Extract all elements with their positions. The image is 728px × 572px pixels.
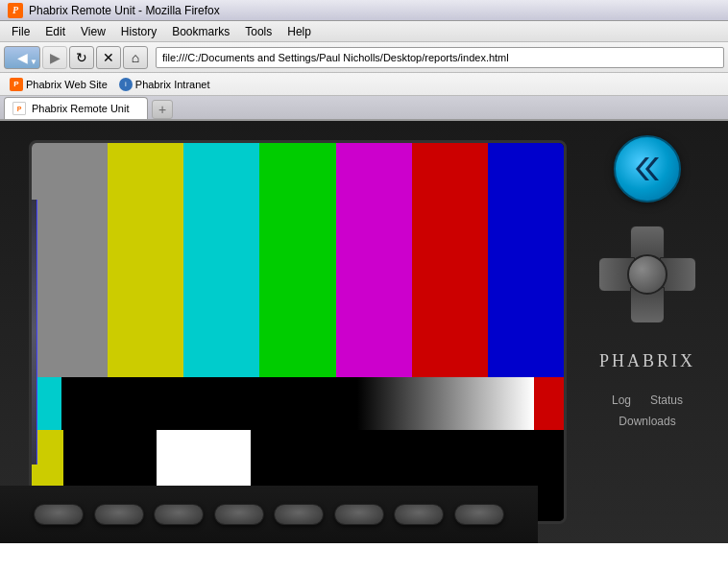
bar-red xyxy=(412,143,488,377)
tab-bar: P Phabrix Remote Unit + xyxy=(0,96,728,121)
stop-button[interactable]: ✕ xyxy=(96,46,121,69)
bb-black xyxy=(61,377,357,430)
soft-btn-3[interactable] xyxy=(154,504,204,525)
menu-edit[interactable]: Edit xyxy=(37,23,73,40)
menu-help[interactable]: Help xyxy=(279,23,319,40)
tab-label: Phabrix Remote Unit xyxy=(32,103,130,114)
screen xyxy=(29,140,567,524)
phabrix-logo-icon xyxy=(623,145,671,193)
bookmark-label-website: Phabrix Web Site xyxy=(26,79,108,90)
forward-button[interactable]: ▶ xyxy=(42,46,67,69)
downloads-label[interactable]: Downloads xyxy=(619,415,675,428)
right-panel: Phabrix Log Status Downloads xyxy=(567,121,728,543)
bb-red xyxy=(534,377,564,430)
toolbar: ◀ ▼ ▶ ↻ ✕ ⌂ xyxy=(0,42,728,73)
tab-favicon: P xyxy=(12,102,26,115)
new-tab-button[interactable]: + xyxy=(152,100,173,119)
menu-bookmarks[interactable]: Bookmarks xyxy=(164,23,237,40)
bookmark-icon-website: P xyxy=(10,78,23,91)
soft-btn-1[interactable] xyxy=(34,504,84,525)
home-button[interactable]: ⌂ xyxy=(123,46,148,69)
device-area: Phabrix Log Status Downloads xyxy=(0,121,728,543)
title-bar: P Phabrix Remote Unit - Mozilla Firefox xyxy=(0,0,728,21)
device-labels: Log Status Downloads xyxy=(612,391,683,432)
soft-btn-4[interactable] xyxy=(214,504,264,525)
address-bar[interactable] xyxy=(156,47,724,68)
menu-file[interactable]: File xyxy=(4,23,37,40)
bar-cyan xyxy=(183,143,259,377)
phabrix-logo-button[interactable] xyxy=(614,135,681,203)
bookmark-icon-intranet: i xyxy=(119,78,133,91)
title-bar-text: Phabrix Remote Unit - Mozilla Firefox xyxy=(29,4,220,17)
logo-svg xyxy=(628,150,667,188)
bookmark-phabrix-website[interactable]: P Phabrix Web Site xyxy=(6,76,111,93)
browser-icon: P xyxy=(8,3,23,18)
bottom-bars xyxy=(32,377,564,430)
dpad-center-button[interactable] xyxy=(627,254,667,295)
menu-view[interactable]: View xyxy=(73,23,113,40)
dpad xyxy=(595,222,700,327)
menu-bar: File Edit View History Bookmarks Tools H… xyxy=(0,21,728,42)
status-label[interactable]: Status xyxy=(650,391,683,412)
brand-text: Phabrix xyxy=(599,351,695,371)
bookmarks-bar: P Phabrix Web Site i Phabrix Intranet xyxy=(0,73,728,96)
bar-gray xyxy=(32,143,108,377)
bar-yellow xyxy=(108,143,183,377)
bookmark-label-intranet: Phabrix Intranet xyxy=(135,79,210,90)
soft-btn-5[interactable] xyxy=(274,504,324,525)
screen-left-bar xyxy=(32,200,37,465)
bar-blue xyxy=(488,143,564,377)
active-tab[interactable]: P Phabrix Remote Unit xyxy=(4,97,148,119)
soft-btn-2[interactable] xyxy=(94,504,144,525)
bookmark-phabrix-intranet[interactable]: i Phabrix Intranet xyxy=(115,76,214,93)
bar-magenta xyxy=(336,143,412,377)
bar-green xyxy=(259,143,335,377)
reload-button[interactable]: ↻ xyxy=(69,46,94,69)
soft-btn-7[interactable] xyxy=(394,504,444,525)
menu-tools[interactable]: Tools xyxy=(237,23,279,40)
color-bars xyxy=(32,143,564,377)
soft-btn-6[interactable] xyxy=(334,504,384,525)
menu-history[interactable]: History xyxy=(113,23,164,40)
log-label[interactable]: Log xyxy=(612,391,631,412)
bb-gradient xyxy=(357,377,535,430)
soft-buttons-row xyxy=(0,486,538,543)
back-button[interactable]: ◀ ▼ xyxy=(4,46,40,69)
soft-btn-8[interactable] xyxy=(454,504,504,525)
